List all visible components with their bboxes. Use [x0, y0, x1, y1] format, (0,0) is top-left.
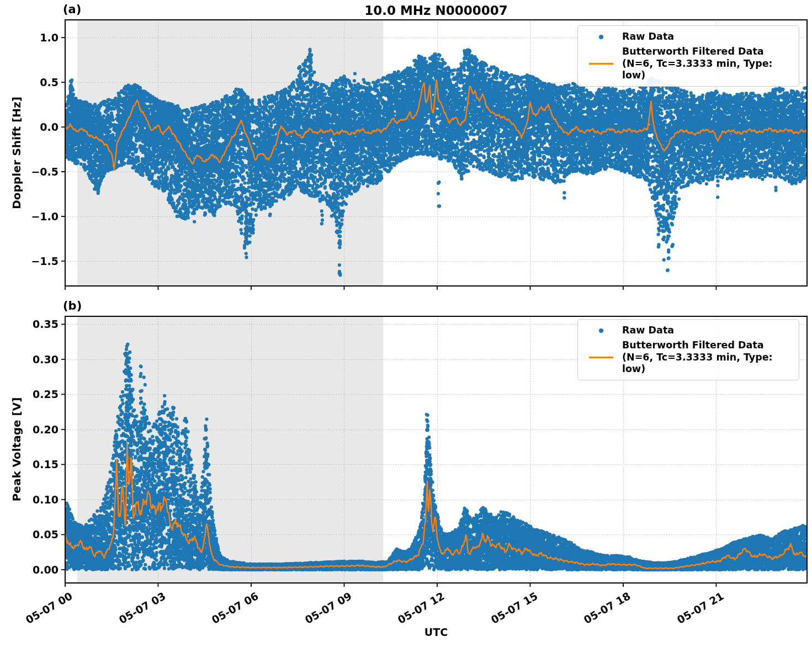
raw-data-marker-icon	[587, 35, 615, 39]
x-axis-label: UTC	[424, 626, 448, 638]
y-tick-label: −1.5	[31, 255, 59, 267]
legend-raw-label-b: Raw Data	[622, 325, 674, 336]
y-axis-label-a: Doppler Shift [Hz]	[10, 97, 23, 209]
y-tick-label: −1.0	[31, 210, 59, 222]
y-tick-label: 0.15	[33, 458, 59, 470]
filtered-line-marker-icon	[587, 63, 615, 65]
panel-b-label: (b)	[63, 299, 82, 312]
y-tick-label: 0.10	[33, 494, 59, 506]
panel-a-label: (a)	[63, 3, 81, 16]
y-tick-label: 0.25	[33, 388, 59, 400]
y-tick-label: 0.35	[33, 318, 59, 330]
y-tick-label: 0.00	[33, 564, 59, 576]
legend-filtered-label-b: Butterworth Filtered Data(N=6, Tc=3.3333…	[622, 340, 792, 375]
y-tick-label: 1.0	[40, 31, 59, 44]
figure-title: 10.0 MHz N0000007	[364, 3, 508, 18]
y-tick-label: 0.0	[40, 121, 59, 133]
legend-a: Raw Data Butterworth Filtered Data(N=6, …	[577, 25, 799, 87]
raw-data-marker-icon	[587, 328, 615, 333]
y-tick-label: 0.20	[33, 423, 59, 436]
y-tick-label: 0.30	[33, 353, 59, 365]
filtered-line-marker-icon	[587, 357, 615, 358]
y-tick-label: −0.5	[31, 166, 59, 178]
y-axis-label-b: Peak Voltage [V]	[10, 397, 23, 502]
y-tick-label: 0.05	[33, 528, 59, 540]
y-tick-label: 0.5	[40, 76, 59, 88]
legend-b: Raw Data Butterworth Filtered Data(N=6, …	[577, 319, 799, 380]
legend-raw-label-a: Raw Data	[622, 31, 674, 43]
figure: 10.0 MHz N0000007 (a) (b) Doppler Shift …	[0, 0, 812, 647]
legend-filtered-label-a: Butterworth Filtered Data(N=6, Tc=3.3333…	[622, 46, 792, 81]
